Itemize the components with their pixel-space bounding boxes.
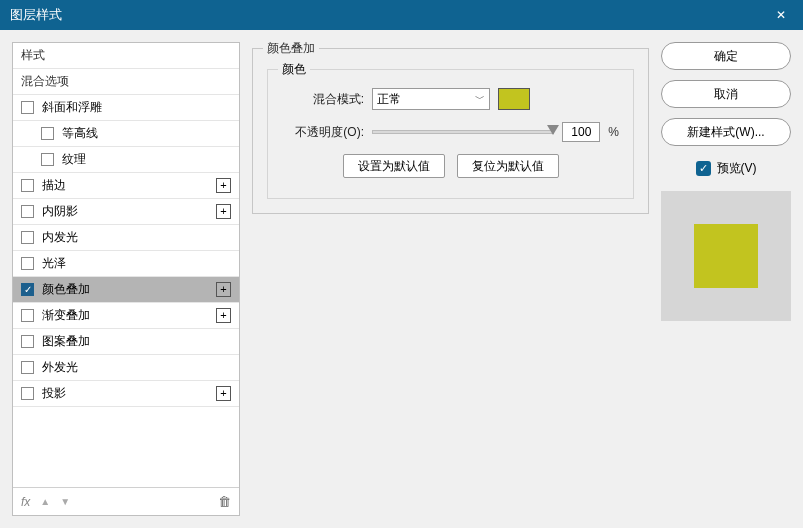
cancel-button[interactable]: 取消 (661, 80, 791, 108)
styles-panel: 样式 混合选项 斜面和浮雕等高线纹理描边+内阴影+内发光光泽颜色叠加+渐变叠加+… (12, 42, 240, 516)
style-checkbox[interactable] (41, 153, 54, 166)
style-item-0[interactable]: 斜面和浮雕 (13, 95, 239, 121)
move-up-icon[interactable]: ▲ (40, 496, 50, 507)
expand-icon[interactable]: + (216, 282, 231, 297)
style-item-label: 等高线 (62, 125, 231, 142)
color-overlay-group: 颜色叠加 颜色 混合模式: 正常 ﹀ 不透明度(O): (252, 48, 649, 214)
style-item-11[interactable]: 投影+ (13, 381, 239, 407)
close-icon: ✕ (776, 8, 786, 22)
style-checkbox[interactable] (41, 127, 54, 140)
preview-swatch (694, 224, 758, 288)
color-swatch[interactable] (498, 88, 530, 110)
styles-list: 样式 混合选项 斜面和浮雕等高线纹理描边+内阴影+内发光光泽颜色叠加+渐变叠加+… (13, 43, 239, 487)
close-button[interactable]: ✕ (759, 0, 803, 30)
style-item-7[interactable]: 颜色叠加+ (13, 277, 239, 303)
blend-options-header[interactable]: 混合选项 (13, 69, 239, 95)
style-item-3[interactable]: 描边+ (13, 173, 239, 199)
blend-mode-label: 混合模式: (282, 91, 364, 108)
blend-mode-select[interactable]: 正常 ﹀ (372, 88, 490, 110)
style-checkbox[interactable] (21, 231, 34, 244)
style-item-9[interactable]: 图案叠加 (13, 329, 239, 355)
dialog-title: 图层样式 (10, 6, 759, 24)
opacity-input[interactable]: 100 (562, 122, 600, 142)
make-default-button[interactable]: 设置为默认值 (343, 154, 445, 178)
color-group: 颜色 混合模式: 正常 ﹀ 不透明度(O): (267, 69, 634, 199)
style-checkbox[interactable] (21, 309, 34, 322)
blend-mode-value: 正常 (377, 91, 401, 108)
opacity-unit: % (608, 125, 619, 139)
styles-header[interactable]: 样式 (13, 43, 239, 69)
blend-mode-row: 混合模式: 正常 ﹀ (282, 88, 619, 110)
style-item-label: 外发光 (42, 359, 231, 376)
color-legend: 颜色 (278, 61, 310, 78)
expand-icon[interactable]: + (216, 308, 231, 323)
style-item-label: 描边 (42, 177, 216, 194)
style-item-label: 内阴影 (42, 203, 216, 220)
style-checkbox[interactable] (21, 101, 34, 114)
preview-toggle-row: 预览(V) (661, 160, 791, 177)
opacity-row: 不透明度(O): 100 % (282, 122, 619, 142)
group-title: 颜色叠加 (263, 40, 319, 57)
new-style-button[interactable]: 新建样式(W)... (661, 118, 791, 146)
settings-panel: 颜色叠加 颜色 混合模式: 正常 ﹀ 不透明度(O): (252, 42, 649, 516)
style-item-6[interactable]: 光泽 (13, 251, 239, 277)
trash-icon[interactable]: 🗑 (218, 494, 231, 509)
style-item-label: 纹理 (62, 151, 231, 168)
reset-default-button[interactable]: 复位为默认值 (457, 154, 559, 178)
ok-button[interactable]: 确定 (661, 42, 791, 70)
chevron-down-icon: ﹀ (475, 92, 485, 106)
style-item-label: 颜色叠加 (42, 281, 216, 298)
fx-icon[interactable]: fx (21, 495, 30, 509)
style-item-4[interactable]: 内阴影+ (13, 199, 239, 225)
style-item-label: 斜面和浮雕 (42, 99, 231, 116)
style-item-2[interactable]: 纹理 (13, 147, 239, 173)
style-checkbox[interactable] (21, 361, 34, 374)
style-checkbox[interactable] (21, 257, 34, 270)
titlebar: 图层样式 ✕ (0, 0, 803, 30)
style-checkbox[interactable] (21, 283, 34, 296)
opacity-slider[interactable] (372, 130, 554, 134)
expand-icon[interactable]: + (216, 178, 231, 193)
style-checkbox[interactable] (21, 387, 34, 400)
style-item-10[interactable]: 外发光 (13, 355, 239, 381)
slider-thumb-icon[interactable] (547, 125, 559, 135)
preview-checkbox[interactable] (696, 161, 711, 176)
style-item-label: 投影 (42, 385, 216, 402)
style-item-label: 内发光 (42, 229, 231, 246)
style-checkbox[interactable] (21, 335, 34, 348)
expand-icon[interactable]: + (216, 204, 231, 219)
opacity-label: 不透明度(O): (282, 124, 364, 141)
style-item-label: 光泽 (42, 255, 231, 272)
style-item-1[interactable]: 等高线 (13, 121, 239, 147)
layer-style-dialog: 图层样式 ✕ 样式 混合选项 斜面和浮雕等高线纹理描边+内阴影+内发光光泽颜色叠… (0, 0, 803, 528)
action-panel: 确定 取消 新建样式(W)... 预览(V) (661, 42, 791, 516)
default-buttons-row: 设置为默认值 复位为默认值 (282, 154, 619, 178)
move-down-icon[interactable]: ▼ (60, 496, 70, 507)
style-item-label: 图案叠加 (42, 333, 231, 350)
style-checkbox[interactable] (21, 205, 34, 218)
dialog-body: 样式 混合选项 斜面和浮雕等高线纹理描边+内阴影+内发光光泽颜色叠加+渐变叠加+… (0, 30, 803, 528)
expand-icon[interactable]: + (216, 386, 231, 401)
styles-footer: fx ▲ ▼ 🗑 (13, 487, 239, 515)
preview-box (661, 191, 791, 321)
style-checkbox[interactable] (21, 179, 34, 192)
style-item-5[interactable]: 内发光 (13, 225, 239, 251)
preview-label: 预览(V) (717, 160, 757, 177)
style-item-label: 渐变叠加 (42, 307, 216, 324)
style-item-8[interactable]: 渐变叠加+ (13, 303, 239, 329)
